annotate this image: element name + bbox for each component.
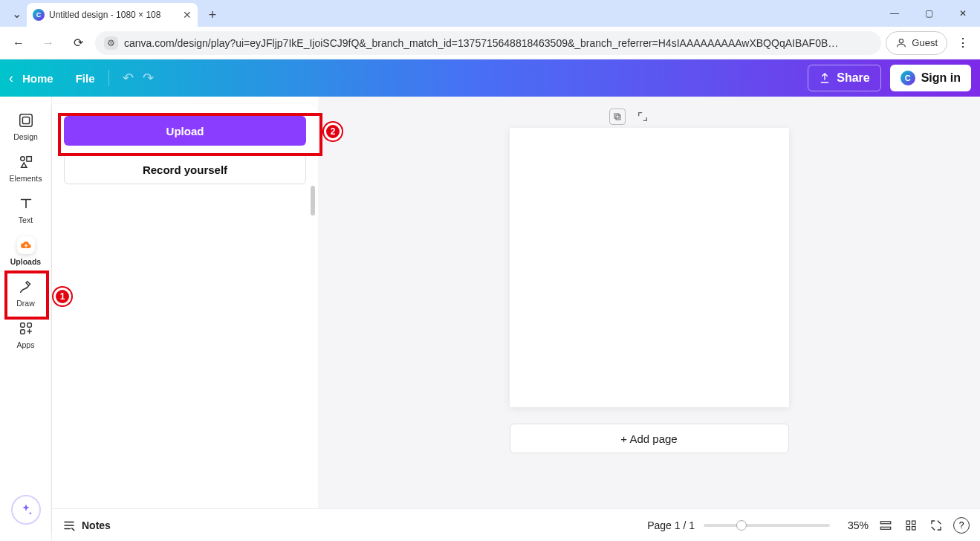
window-controls: — ▢ ✕ bbox=[877, 0, 980, 27]
canva-favicon-icon: C bbox=[33, 9, 45, 21]
add-page-button[interactable]: + Add page bbox=[510, 424, 789, 453]
nav-apps[interactable]: Apps bbox=[5, 315, 47, 354]
notes-label: Notes bbox=[82, 519, 111, 531]
svg-rect-7 bbox=[20, 330, 25, 334]
canvas-area: + Add page bbox=[318, 97, 980, 541]
svg-rect-4 bbox=[26, 157, 30, 161]
record-yourself-button[interactable]: Record yourself bbox=[64, 155, 306, 184]
view-grid-icon[interactable] bbox=[903, 517, 919, 534]
nav-text[interactable]: Text bbox=[5, 190, 47, 229]
page-tools bbox=[609, 108, 651, 125]
svg-rect-10 bbox=[880, 521, 891, 523]
svg-rect-2 bbox=[22, 117, 29, 123]
nav-forward-icon: → bbox=[36, 30, 61, 56]
url-field[interactable]: ⚙ canva.com/design/play?ui=eyJFljp7IkE_I… bbox=[95, 31, 881, 55]
browser-chrome: ⌄ C Untitled design - 1080 × 108 ✕ + — ▢… bbox=[0, 0, 980, 59]
design-page[interactable] bbox=[510, 128, 789, 407]
view-list-icon[interactable] bbox=[877, 517, 894, 534]
back-chevron-icon[interactable]: ‹ bbox=[9, 71, 13, 86]
design-icon bbox=[17, 111, 35, 129]
uploads-panel: Upload Record yourself bbox=[52, 104, 318, 534]
svg-rect-1 bbox=[19, 114, 32, 127]
zoom-slider-thumb[interactable] bbox=[736, 520, 747, 531]
zoom-slider[interactable] bbox=[704, 524, 830, 527]
window-close-icon[interactable]: ✕ bbox=[946, 0, 980, 27]
signin-button[interactable]: C Sign in bbox=[890, 65, 971, 91]
footer-bar: Notes Page 1 / 1 35% ? bbox=[52, 508, 980, 541]
tab-strip: ⌄ C Untitled design - 1080 × 108 ✕ + — ▢… bbox=[0, 0, 980, 27]
nav-uploads[interactable]: Uploads bbox=[5, 232, 47, 270]
home-link[interactable]: Home bbox=[22, 72, 53, 85]
svg-rect-6 bbox=[27, 323, 31, 328]
tabs-dropdown-icon[interactable]: ⌄ bbox=[6, 3, 27, 24]
undo-icon[interactable]: ↶ bbox=[123, 70, 134, 86]
nav-reload-icon[interactable]: ⟳ bbox=[65, 30, 91, 56]
panel-scrollbar[interactable] bbox=[309, 186, 317, 526]
nav-back-icon[interactable]: ← bbox=[6, 30, 31, 56]
nav-text-label: Text bbox=[19, 216, 33, 224]
window-minimize-icon[interactable]: — bbox=[877, 0, 912, 27]
draw-icon bbox=[17, 278, 35, 296]
sparkle-icon bbox=[19, 502, 33, 517]
canva-top-bar: ‹ Home File ↶ ↷ Share C Sign in bbox=[0, 59, 980, 97]
address-bar: ← → ⟳ ⚙ canva.com/design/play?ui=eyJFljp… bbox=[0, 27, 980, 59]
upload-arrow-icon bbox=[819, 72, 831, 84]
svg-rect-11 bbox=[880, 527, 891, 529]
signin-label: Sign in bbox=[921, 71, 961, 85]
duplicate-page-icon[interactable] bbox=[609, 108, 626, 125]
zoom-value: 35% bbox=[839, 519, 869, 531]
magic-button[interactable] bbox=[11, 495, 41, 525]
separator bbox=[108, 70, 109, 86]
uploads-icon bbox=[17, 236, 35, 254]
text-icon bbox=[17, 195, 35, 213]
person-icon bbox=[895, 37, 907, 49]
left-nav: Design Elements Text Uploads Draw Apps bbox=[0, 97, 52, 541]
nav-design-label: Design bbox=[13, 132, 38, 141]
nav-design[interactable]: Design bbox=[5, 107, 47, 146]
svg-point-3 bbox=[20, 157, 25, 161]
file-menu[interactable]: File bbox=[76, 72, 95, 85]
share-label: Share bbox=[837, 71, 869, 85]
svg-rect-9 bbox=[616, 115, 620, 120]
tab-close-icon[interactable]: ✕ bbox=[183, 9, 192, 21]
profile-guest-button[interactable]: Guest bbox=[886, 31, 947, 55]
nav-draw[interactable]: Draw bbox=[5, 273, 47, 312]
nav-draw-label: Draw bbox=[16, 299, 35, 308]
upload-button[interactable]: Upload bbox=[64, 116, 306, 146]
nav-elements-label: Elements bbox=[10, 174, 42, 183]
notes-button[interactable]: Notes bbox=[62, 519, 111, 532]
guest-label: Guest bbox=[912, 37, 938, 48]
site-settings-icon[interactable]: ⚙ bbox=[104, 36, 118, 50]
svg-rect-15 bbox=[912, 526, 916, 530]
browser-menu-icon[interactable]: ⋮ bbox=[952, 36, 974, 50]
fullscreen-icon[interactable] bbox=[928, 517, 944, 534]
svg-point-0 bbox=[900, 39, 903, 42]
elements-icon bbox=[17, 153, 35, 171]
upload-button-label: Upload bbox=[166, 125, 204, 137]
svg-rect-13 bbox=[912, 521, 916, 525]
nav-elements[interactable]: Elements bbox=[5, 149, 47, 187]
nav-apps-label: Apps bbox=[17, 340, 35, 349]
share-button[interactable]: Share bbox=[808, 65, 880, 91]
page-indicator[interactable]: Page 1 / 1 bbox=[647, 519, 695, 531]
url-text: canva.com/design/play?ui=eyJFljp7IkE_Ijo… bbox=[124, 37, 872, 49]
redo-icon[interactable]: ↷ bbox=[143, 70, 154, 86]
nav-uploads-label: Uploads bbox=[10, 257, 41, 266]
svg-rect-12 bbox=[906, 521, 910, 525]
canva-logo-icon: C bbox=[901, 71, 915, 85]
tab-title: Untitled design - 1080 × 108 bbox=[49, 10, 178, 20]
add-page-label: + Add page bbox=[620, 433, 677, 445]
notes-icon bbox=[62, 519, 76, 532]
svg-rect-8 bbox=[614, 114, 619, 118]
record-button-label: Record yourself bbox=[143, 163, 227, 176]
svg-rect-5 bbox=[20, 323, 25, 328]
window-maximize-icon[interactable]: ▢ bbox=[912, 0, 946, 27]
app-body: Design Elements Text Uploads Draw Apps U… bbox=[0, 97, 980, 541]
browser-tab[interactable]: C Untitled design - 1080 × 108 ✕ bbox=[27, 3, 198, 27]
help-icon[interactable]: ? bbox=[953, 517, 970, 534]
expand-page-icon[interactable] bbox=[635, 108, 651, 125]
svg-rect-14 bbox=[906, 526, 910, 530]
new-tab-button[interactable]: + bbox=[202, 4, 223, 25]
apps-icon bbox=[17, 320, 35, 337]
